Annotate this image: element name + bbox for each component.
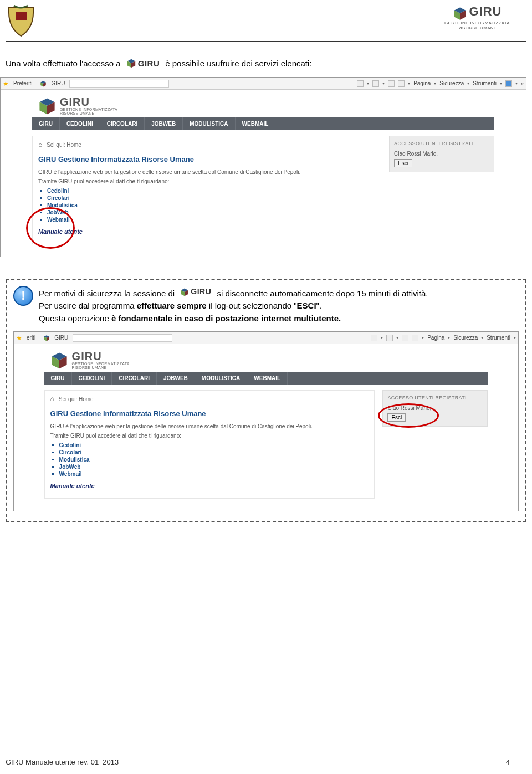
- info-icon: !: [13, 286, 33, 306]
- nav-item[interactable]: JOBWEB: [157, 372, 195, 385]
- print-icon: [412, 335, 418, 341]
- address-bar: [73, 334, 172, 342]
- chevron-down-icon: ▾: [408, 81, 410, 86]
- desc-2: Tramite GIRU puoi accedere ai dati che t…: [38, 178, 375, 184]
- nav-item[interactable]: JOBWEB: [145, 117, 183, 130]
- breadcrumb: ⌂ Sei qui: Home: [38, 141, 375, 148]
- app-brand: GIRU GESTIONE INFORMATIZZATA RISORSE UMA…: [32, 93, 494, 117]
- link-item[interactable]: Webmail: [47, 217, 375, 223]
- login-box: ACCESSO UTENTI REGISTRATI Ciao Rossi Mar…: [382, 390, 488, 427]
- nav-item[interactable]: GIRU: [44, 372, 72, 385]
- intro-part1: Una volta effettuato l'accesso a: [6, 59, 121, 68]
- app-brand-sub1: GESTIONE INFORMATIZZATA: [72, 362, 130, 366]
- municipal-crest-icon: [6, 4, 36, 38]
- tab-giru-icon: [40, 80, 47, 87]
- nav-item[interactable]: CIRCOLARI: [112, 372, 157, 385]
- nav-item[interactable]: MODULISTICA: [195, 372, 247, 385]
- nav-item[interactable]: CEDOLINI: [72, 372, 112, 385]
- inline-giru-logo: GIRU: [180, 286, 211, 298]
- desc-1: GIRU è l'applicazione web per la gestion…: [50, 423, 369, 429]
- app-giru-logo-icon: [38, 96, 57, 115]
- logout-button[interactable]: Esci: [387, 413, 406, 422]
- link-item[interactable]: Modulistica: [59, 457, 369, 463]
- chevron-down-icon: ▾: [481, 335, 483, 340]
- desc-2: Tramite GIRU puoi accedere ai dati che t…: [50, 433, 369, 439]
- login-box-title: ACCESSO UTENTI REGISTRATI: [387, 395, 483, 401]
- pagina-menu: Pagina: [413, 80, 431, 86]
- info-l1a: Per motivi di sicurezza la sessione di: [39, 289, 177, 298]
- info-l2c: il log-out selezionando ": [207, 301, 297, 310]
- login-box: ACCESSO UTENTI REGISTRATI Ciao Rossi Mar…: [389, 136, 494, 172]
- intro-text: Una volta effettuato l'accesso a GIRU è …: [0, 58, 532, 74]
- brand-sub1: GESTIONE INFORMATIZZATA: [444, 20, 510, 25]
- app-navbar: GIRU CEDOLINI CIRCOLARI JOBWEB MODULISTI…: [32, 117, 494, 130]
- link-item[interactable]: Circolari: [47, 195, 375, 201]
- ie-toolbar: ★ eriti GIRU ▾ ▾ ▾ Pagina▾ Sicurezza▾ St…: [14, 332, 518, 344]
- nav-item[interactable]: MODULISTICA: [183, 117, 235, 130]
- ie-toolbar: ★ Preferiti GIRU ▾ ▾ ▾ Pagina▾ Sicurezza…: [1, 78, 526, 90]
- home-icon: ⌂: [50, 395, 54, 403]
- chevron-down-icon: ▾: [515, 81, 518, 86]
- screenshot-2: ★ eriti GIRU ▾ ▾ ▾ Pagina▾ Sicurezza▾ St…: [13, 331, 519, 511]
- manual-link[interactable]: Manuale utente: [50, 483, 369, 489]
- main-content: ⌂ Sei qui: Home GIRU Gestione Informatiz…: [32, 136, 381, 244]
- breadcrumb-text: Sei qui: Home: [47, 142, 81, 148]
- link-item[interactable]: JobWeb: [59, 464, 369, 470]
- main-content: ⌂ Sei qui: Home GIRU Gestione Informatiz…: [44, 390, 375, 499]
- favorites-star-icon: ★: [3, 80, 9, 88]
- inline-giru-logo: GIRU: [126, 58, 160, 68]
- mail-icon: [402, 335, 408, 341]
- home-icon: [357, 80, 364, 87]
- feed-icon: [372, 80, 379, 87]
- app-brand: GIRU GESTIONE INFORMATIZZATA RISORSE UMA…: [44, 347, 488, 372]
- nav-item[interactable]: GIRU: [32, 117, 60, 130]
- intro-part2: è possibile usufruire dei servizi elenca…: [165, 59, 311, 68]
- info-l2e: ".: [316, 301, 322, 310]
- manual-link[interactable]: Manuale utente: [38, 228, 375, 235]
- overflow-icon: »: [521, 81, 524, 86]
- info-l3b: è fondamentale in caso di postazione int…: [111, 314, 341, 323]
- info-l1b: si disconnette automaticamente dopo 15 m…: [217, 289, 428, 298]
- preferiti-label: eriti: [27, 335, 35, 341]
- print-icon: [398, 80, 405, 87]
- info-l2a: Per uscire dal programma: [39, 301, 137, 310]
- link-item[interactable]: Cedolini: [59, 442, 369, 448]
- link-item[interactable]: Circolari: [59, 449, 369, 455]
- mail-icon: [388, 80, 395, 87]
- chevron-down-icon: ▾: [514, 335, 516, 340]
- tab-giru-label: GIRU: [54, 335, 68, 341]
- footer-page-number: 4: [506, 758, 510, 766]
- brand-sub2: RISORSE UMANE: [444, 25, 510, 30]
- link-item[interactable]: Webmail: [59, 471, 369, 477]
- greeting-text: Ciao Rossi Mario,: [394, 151, 489, 157]
- nav-item[interactable]: WEBMAIL: [247, 372, 288, 385]
- app-brand-title: GIRU: [60, 96, 117, 107]
- giru-cube-icon: [126, 58, 136, 68]
- app-giru-logo-icon: [50, 351, 69, 370]
- breadcrumb-text: Sei qui: Home: [59, 396, 94, 402]
- app-body: GIRU GESTIONE INFORMATIZZATA RISORSE UMA…: [1, 90, 526, 257]
- nav-item[interactable]: CEDOLINI: [60, 117, 100, 130]
- brand-top: GIRU GESTIONE INFORMATIZZATA RISORSE UMA…: [444, 4, 510, 30]
- help-icon: [505, 80, 512, 87]
- home-icon: [371, 335, 377, 341]
- nav-item[interactable]: CIRCOLARI: [100, 117, 145, 130]
- nav-item[interactable]: WEBMAIL: [236, 117, 276, 130]
- preferiti-label: Preferiti: [13, 80, 32, 86]
- app-brand-title: GIRU: [72, 351, 130, 362]
- info-l2b: effettuare sempre: [137, 301, 207, 310]
- link-item[interactable]: JobWeb: [47, 209, 375, 216]
- strumenti-menu: Strumenti: [487, 335, 510, 341]
- link-item[interactable]: Cedolini: [47, 188, 375, 194]
- logout-button[interactable]: Esci: [394, 159, 412, 167]
- desc-1: GIRU è l'applicazione web per la gestion…: [38, 169, 375, 175]
- chevron-down-icon: ▾: [382, 81, 385, 86]
- page-footer: GIRU Manuale utente rev. 01_2013 4: [0, 758, 532, 766]
- feed-icon: [386, 335, 393, 341]
- app-brand-sub2: RISORSE UMANE: [60, 111, 117, 115]
- info-l3a: Questa operazione: [39, 314, 111, 323]
- page-heading: GIRU Gestione Informatizzata Risorse Uma…: [50, 409, 369, 418]
- link-item[interactable]: Modulistica: [47, 202, 375, 208]
- info-dashed-box: ! Per motivi di sicurezza la sessione di…: [6, 279, 526, 522]
- page-header: GIRU GESTIONE INFORMATIZZATA RISORSE UMA…: [0, 0, 532, 40]
